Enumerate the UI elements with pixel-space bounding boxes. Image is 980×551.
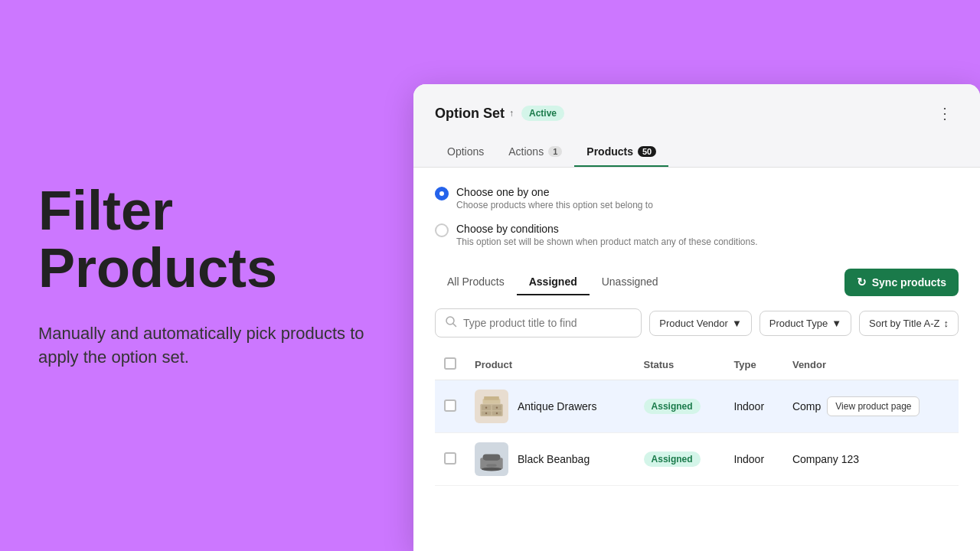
product-table: Product Status Type Vendor <box>435 350 959 486</box>
card-header: Option Set ↑ Active ⋮ Options Actions 1 … <box>413 84 980 168</box>
search-box[interactable] <box>435 308 642 337</box>
active-badge: Active <box>521 106 564 121</box>
sub-tab-unassigned-label: Unassigned <box>602 276 658 288</box>
svg-point-7 <box>485 406 487 408</box>
row1-vendor-container: Comp View product page <box>792 396 949 416</box>
left-panel: Filter Products Manually and automatical… <box>0 0 413 551</box>
hero-title-line1: Filter <box>38 180 173 241</box>
card-content: Choose one by one Choose products where … <box>413 168 980 551</box>
product-type-filter[interactable]: Product Type ▼ <box>760 311 851 336</box>
row1-checkbox[interactable] <box>444 399 456 412</box>
radio-option-one-by-one-content: Choose one by one Choose products where … <box>456 186 653 210</box>
option-set-title: Option Set ↑ <box>435 106 514 122</box>
row1-status-cell: Assigned <box>635 380 725 433</box>
sync-button-label: Sync products <box>872 276 946 289</box>
row2-status-cell: Assigned <box>635 433 725 486</box>
right-panel: Option Set ↑ Active ⋮ Options Actions 1 … <box>413 0 980 551</box>
tab-actions-label: Actions <box>508 145 544 158</box>
col-vendor: Vendor <box>783 350 959 380</box>
tab-actions-badge: 1 <box>548 146 562 157</box>
row2-vendor: Company 123 <box>792 453 859 465</box>
row2-type-cell: Indoor <box>724 433 783 486</box>
radio-group: Choose one by one Choose products where … <box>435 186 959 247</box>
option-set-label: Option Set <box>435 106 505 122</box>
svg-line-1 <box>453 324 456 327</box>
svg-rect-16 <box>486 465 496 467</box>
main-tabs: Options Actions 1 Products 50 <box>435 138 959 167</box>
hero-title-line2: Products <box>38 237 277 298</box>
tab-options[interactable]: Options <box>435 138 496 167</box>
tab-products-label: Products <box>586 145 633 158</box>
col-type: Type <box>724 350 783 380</box>
radio-label-one-by-one: Choose one by one <box>456 186 653 198</box>
radio-label-by-conditions: Choose by conditions <box>456 223 758 235</box>
radio-option-one-by-one[interactable]: Choose one by one Choose products where … <box>435 186 959 210</box>
row1-product-name: Antique Drawers <box>518 400 597 412</box>
product-type-label: Product Type <box>769 318 828 329</box>
col-checkbox <box>435 350 466 380</box>
row1-thumb <box>475 390 508 423</box>
sub-tabs-row: All Products Assigned Unassigned ↻ Sync … <box>435 269 959 296</box>
header-top: Option Set ↑ Active ⋮ <box>435 101 959 126</box>
type-dropdown-icon: ▼ <box>831 318 841 329</box>
table-head: Product Status Type Vendor <box>435 350 959 380</box>
search-input[interactable] <box>463 317 632 329</box>
sub-tab-unassigned[interactable]: Unassigned <box>590 269 671 295</box>
tab-actions[interactable]: Actions 1 <box>496 138 574 167</box>
row1-vendor: Comp <box>792 400 821 412</box>
filter-row: Product Vendor ▼ Product Type ▼ Sort by … <box>435 308 959 337</box>
table-row: Antique Drawers Assigned Indoor Comp <box>435 380 959 433</box>
product-vendor-label: Product Vendor <box>659 318 728 329</box>
row2-type: Indoor <box>733 453 764 465</box>
row1-type-cell: Indoor <box>724 380 783 433</box>
sync-products-button[interactable]: ↻ Sync products <box>844 269 959 296</box>
row2-product-cell: Black Beanbag <box>466 433 635 486</box>
row2-status-badge: Assigned <box>644 452 701 467</box>
search-icon <box>445 315 457 331</box>
vendor-dropdown-icon: ▼ <box>732 318 742 329</box>
antique-drawers-thumb-svg <box>478 393 505 420</box>
radio-option-by-conditions-content: Choose by conditions This option set wil… <box>456 223 758 247</box>
product-vendor-filter[interactable]: Product Vendor ▼ <box>649 311 752 336</box>
hero-title: Filter Products <box>38 182 375 298</box>
table-row: Black Beanbag Assigned Indoor Company 12… <box>435 433 959 486</box>
radio-desc-by-conditions: This option set will be shown when produ… <box>456 236 758 247</box>
row2-product-name: Black Beanbag <box>518 453 590 465</box>
svg-point-9 <box>485 412 487 414</box>
chevron-up-icon: ↑ <box>509 108 514 119</box>
radio-circle-one-by-one <box>435 187 449 201</box>
sort-button[interactable]: Sort by Title A-Z ↕ <box>859 311 959 336</box>
svg-point-8 <box>496 406 498 408</box>
row1-type: Indoor <box>733 400 764 412</box>
sub-tab-assigned-label: Assigned <box>529 276 577 288</box>
col-product: Product <box>466 350 635 380</box>
sub-tabs: All Products Assigned Unassigned <box>435 269 671 295</box>
sort-label: Sort by Title A-Z <box>869 318 939 329</box>
row2-checkbox[interactable] <box>444 452 456 465</box>
hero-subtitle: Manually and automatically pick products… <box>38 322 375 370</box>
svg-point-15 <box>482 468 501 471</box>
row1-vendor-cell: Comp View product page <box>783 380 959 433</box>
view-product-button-row1[interactable]: View product page <box>827 396 920 416</box>
svg-rect-12 <box>484 396 499 400</box>
sub-tab-all-products[interactable]: All Products <box>435 269 517 295</box>
row1-product: Antique Drawers <box>475 390 626 423</box>
col-status: Status <box>635 350 725 380</box>
row2-vendor-cell: Company 123 <box>783 433 959 486</box>
tab-products-badge: 50 <box>638 146 656 157</box>
sub-tab-all-products-label: All Products <box>447 276 505 288</box>
radio-option-by-conditions[interactable]: Choose by conditions This option set wil… <box>435 223 959 247</box>
beanbag-thumb-svg <box>478 445 505 473</box>
svg-point-10 <box>496 412 498 414</box>
row1-checkbox-cell <box>435 380 466 433</box>
sync-icon: ↻ <box>857 276 867 289</box>
svg-rect-14 <box>483 454 501 460</box>
select-all-checkbox[interactable] <box>444 357 456 370</box>
more-options-button[interactable]: ⋮ <box>931 101 959 126</box>
row1-product-cell: Antique Drawers <box>466 380 635 433</box>
sub-tab-assigned[interactable]: Assigned <box>517 269 590 295</box>
tab-products[interactable]: Products 50 <box>574 138 668 167</box>
sort-icon: ↕ <box>944 318 949 329</box>
row2-thumb <box>475 442 508 476</box>
tab-options-label: Options <box>447 145 484 158</box>
